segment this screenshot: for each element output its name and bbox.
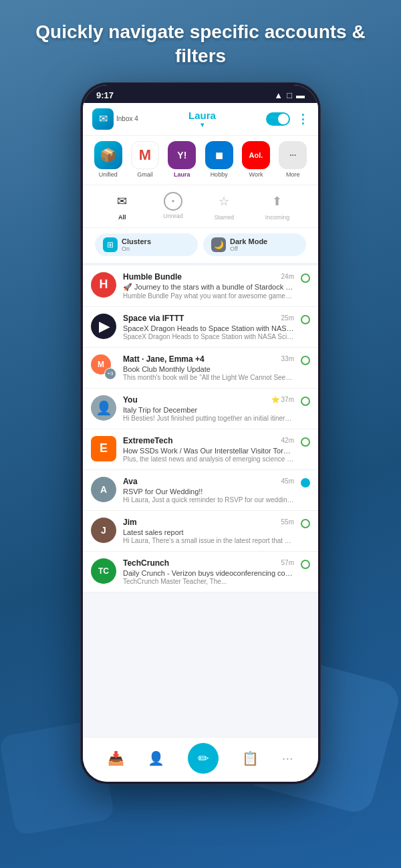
gmail-label: Gmail bbox=[137, 171, 153, 178]
header-right: ⋮ bbox=[266, 112, 309, 126]
account-unified[interactable]: 📦 Unified bbox=[94, 141, 122, 178]
indicator-matt bbox=[301, 354, 310, 365]
avatar-extreme: E bbox=[91, 436, 116, 461]
bottom-nav: 📥 👤 ✏ 📋 ··· bbox=[83, 737, 318, 782]
avatar-you: 👤 bbox=[91, 395, 116, 421]
nav-compose-button[interactable]: ✏ bbox=[188, 743, 219, 774]
email-content-extreme: ExtremeTech 42m How SSDs Work / Was Our … bbox=[123, 436, 294, 463]
subject-you: Italy Trip for December bbox=[123, 406, 294, 414]
filter-incoming[interactable]: ⬆ Incoming bbox=[265, 191, 290, 221]
nav-tasks[interactable]: 📋 bbox=[242, 750, 259, 766]
email-item-you[interactable]: 👤 You ⭐ 37m Italy Trip for December Hi B… bbox=[83, 389, 318, 429]
sender-matt: Matt · Jane, Emma +4 bbox=[123, 354, 205, 364]
email-item-ava[interactable]: A Ava 45m RSVP for Our Wedding!! Hi Laur… bbox=[83, 470, 318, 511]
indicator-jim bbox=[301, 518, 310, 528]
email-item-matt[interactable]: M +3 Matt · Jane, Emma +4 33m Book Club … bbox=[83, 348, 318, 389]
phone-frame: 9:17 ▲ □ ▬ ✉ Inbox 4 Laura ▾ ⋮ bbox=[80, 82, 321, 784]
preview-jim: Hi Laura, There's a small issue in the l… bbox=[123, 537, 294, 544]
subject-matt: Book Club Monthly Update bbox=[123, 365, 294, 373]
sender-ava: Ava bbox=[123, 477, 138, 486]
more-accounts-icon: ··· bbox=[279, 141, 307, 169]
email-content-matt: Matt · Jane, Emma +4 33m Book Club Month… bbox=[123, 354, 294, 381]
unread-dot-ava bbox=[301, 478, 310, 487]
preview-ava: Hi Laura, Just a quick reminder to RSVP … bbox=[123, 496, 294, 504]
laura-icon: Y! bbox=[168, 141, 196, 169]
nav-more-icon: ··· bbox=[282, 750, 293, 766]
unread-dot-humble bbox=[301, 274, 310, 283]
nav-contacts-icon: 👤 bbox=[148, 750, 164, 766]
sender-you: You bbox=[123, 395, 138, 405]
clusters-setting[interactable]: ⊞ Clusters On bbox=[95, 233, 198, 256]
subject-humble: 🚀 Journey to the stars with a bundle of … bbox=[123, 283, 294, 292]
sender-space: Space via IFTTT bbox=[123, 314, 184, 323]
time-jim: 55m bbox=[281, 518, 294, 526]
avatar-ava: A bbox=[91, 477, 116, 502]
email-header-matt: Matt · Jane, Emma +4 33m bbox=[123, 354, 294, 364]
email-item-space[interactable]: ▶ Space via IFTTT 25m SpaceX Dragon Head… bbox=[83, 307, 318, 348]
time-space: 25m bbox=[281, 314, 294, 322]
avatar-matt-badge: +3 bbox=[104, 368, 116, 380]
phone-screen: 9:17 ▲ □ ▬ ✉ Inbox 4 Laura ▾ ⋮ bbox=[83, 85, 318, 782]
toggle-switch[interactable] bbox=[266, 112, 290, 126]
email-header-extreme: ExtremeTech 42m bbox=[123, 436, 294, 445]
account-more[interactable]: ··· More bbox=[279, 141, 307, 178]
email-header-humble: Humble Bundle 24m bbox=[123, 272, 294, 282]
gmail-icon: M bbox=[131, 141, 159, 169]
subject-extreme: How SSDs Work / Was Our Interstellar Vis… bbox=[123, 447, 294, 455]
preview-matt: This month's book will be "All the Light… bbox=[123, 374, 294, 381]
indicator-you bbox=[301, 395, 310, 406]
dark-mode-icon: 🌙 bbox=[211, 237, 226, 252]
time-you: ⭐ 37m bbox=[271, 396, 294, 403]
chevron-down-icon: ▾ bbox=[200, 121, 204, 128]
filter-unread-icon: ● bbox=[164, 192, 182, 211]
account-icons-row: 📦 Unified M Gmail Y! Laura ◼ Hobby Aol. … bbox=[83, 135, 318, 185]
nav-inbox[interactable]: 📥 bbox=[108, 750, 124, 766]
time-ava: 45m bbox=[281, 477, 294, 485]
email-header-jim: Jim 55m bbox=[123, 518, 294, 527]
time-tc: 57m bbox=[281, 559, 294, 566]
filter-starred[interactable]: ☆ Starred bbox=[213, 191, 235, 221]
filter-unread[interactable]: ● Unread bbox=[163, 192, 183, 219]
filter-all[interactable]: ✉ All bbox=[112, 191, 133, 221]
avatar-tc: TC bbox=[91, 558, 116, 584]
compose-icon: ✏ bbox=[198, 750, 209, 766]
battery-icon: ▬ bbox=[296, 90, 305, 100]
logo-icon: ✉ bbox=[92, 108, 114, 130]
account-name-header[interactable]: Laura ▾ bbox=[188, 110, 216, 128]
unread-dot-space bbox=[301, 315, 310, 324]
email-header-space: Space via IFTTT 25m bbox=[123, 314, 294, 323]
dark-mode-status: Off bbox=[230, 245, 267, 252]
account-hobby[interactable]: ◼ Hobby bbox=[205, 141, 233, 178]
avatar-space: ▶ bbox=[91, 314, 116, 339]
email-item-tc[interactable]: TC TechCrunch 57m Daily Crunch - Verizon… bbox=[83, 552, 318, 592]
preview-space: SpaceX Dragon Heads to Space Station wit… bbox=[123, 333, 294, 340]
clusters-icon: ⊞ bbox=[103, 237, 118, 252]
indicator-ava bbox=[301, 477, 310, 487]
menu-dots-icon[interactable]: ⋮ bbox=[297, 112, 309, 126]
email-item-humble[interactable]: H Humble Bundle 24m 🚀 Journey to the sta… bbox=[83, 265, 318, 307]
account-gmail[interactable]: M Gmail bbox=[131, 141, 159, 178]
indicator-space bbox=[301, 314, 310, 324]
nav-contacts[interactable]: 👤 bbox=[148, 750, 164, 766]
sender-humble: Humble Bundle bbox=[123, 272, 182, 282]
nav-tasks-icon: 📋 bbox=[242, 750, 259, 766]
laura-label: Laura bbox=[174, 171, 190, 178]
work-label: Work bbox=[249, 171, 263, 178]
dark-mode-setting[interactable]: 🌙 Dark Mode Off bbox=[203, 233, 306, 256]
account-laura[interactable]: Y! Laura bbox=[168, 141, 196, 178]
email-item-jim[interactable]: J Jim 55m Latest sales report Hi Laura, … bbox=[83, 511, 318, 552]
indicator-tc bbox=[301, 558, 310, 569]
sender-tc: TechCrunch bbox=[123, 558, 169, 568]
app-header: ✉ Inbox 4 Laura ▾ ⋮ bbox=[83, 103, 318, 135]
clusters-status: On bbox=[122, 245, 151, 252]
nav-more[interactable]: ··· bbox=[282, 750, 293, 766]
subject-tc: Daily Crunch - Verizon buys videoconfere… bbox=[123, 569, 294, 577]
clusters-text-group: Clusters On bbox=[122, 237, 151, 252]
filter-row: ✉ All ● Unread ☆ Starred ⬆ Incoming bbox=[83, 185, 318, 227]
email-list: H Humble Bundle 24m 🚀 Journey to the sta… bbox=[83, 265, 318, 737]
status-time: 9:17 bbox=[96, 90, 114, 100]
email-item-extreme[interactable]: E ExtremeTech 42m How SSDs Work / Was Ou… bbox=[83, 429, 318, 470]
account-work[interactable]: Aol. Work bbox=[242, 141, 270, 178]
email-content-you: You ⭐ 37m Italy Trip for December Hi Bes… bbox=[123, 395, 294, 422]
unified-icon: 📦 bbox=[94, 141, 122, 169]
